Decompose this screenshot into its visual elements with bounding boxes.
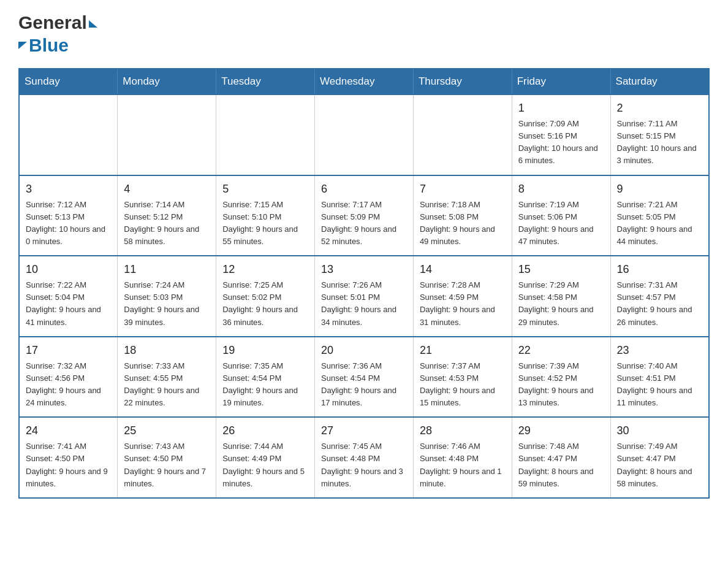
day-number: 22 xyxy=(518,342,604,359)
calendar-cell: 21Sunrise: 7:37 AM Sunset: 4:53 PM Dayli… xyxy=(413,337,512,418)
calendar-cell: 16Sunrise: 7:31 AM Sunset: 4:57 PM Dayli… xyxy=(610,256,709,337)
calendar-cell: 5Sunrise: 7:15 AM Sunset: 5:10 PM Daylig… xyxy=(216,175,315,256)
day-info: Sunrise: 7:09 AM Sunset: 5:16 PM Dayligh… xyxy=(518,118,604,167)
day-info: Sunrise: 7:45 AM Sunset: 4:48 PM Dayligh… xyxy=(321,440,407,490)
col-wednesday: Wednesday xyxy=(315,69,414,94)
day-number: 29 xyxy=(518,423,604,439)
day-info: Sunrise: 7:28 AM Sunset: 4:59 PM Dayligh… xyxy=(420,279,506,329)
calendar-cell xyxy=(118,94,216,175)
day-info: Sunrise: 7:39 AM Sunset: 4:52 PM Dayligh… xyxy=(518,360,604,410)
logo-tri2-icon xyxy=(18,42,27,49)
day-number: 5 xyxy=(222,181,308,197)
page: GeneralBlue Sunday Monday Tuesday Wednes… xyxy=(0,0,728,517)
day-info: Sunrise: 7:24 AM Sunset: 5:03 PM Dayligh… xyxy=(124,279,210,329)
day-number: 3 xyxy=(26,181,111,197)
calendar-cell: 9Sunrise: 7:21 AM Sunset: 5:05 PM Daylig… xyxy=(610,175,709,256)
day-number: 8 xyxy=(518,181,604,197)
calendar-cell: 8Sunrise: 7:19 AM Sunset: 5:06 PM Daylig… xyxy=(512,175,610,256)
day-info: Sunrise: 7:37 AM Sunset: 4:53 PM Dayligh… xyxy=(420,360,506,410)
calendar-cell: 30Sunrise: 7:49 AM Sunset: 4:47 PM Dayli… xyxy=(610,417,709,498)
day-info: Sunrise: 7:48 AM Sunset: 4:47 PM Dayligh… xyxy=(518,440,604,490)
day-number: 7 xyxy=(420,181,506,197)
logo-blue-text: Blue xyxy=(29,35,69,56)
calendar-cell: 7Sunrise: 7:18 AM Sunset: 5:08 PM Daylig… xyxy=(413,175,512,256)
logo-general-text: General xyxy=(18,12,87,34)
calendar-cell: 23Sunrise: 7:40 AM Sunset: 4:51 PM Dayli… xyxy=(610,337,709,418)
calendar-cell: 15Sunrise: 7:29 AM Sunset: 4:58 PM Dayli… xyxy=(512,256,610,337)
calendar-cell: 27Sunrise: 7:45 AM Sunset: 4:48 PM Dayli… xyxy=(315,417,414,498)
day-number: 14 xyxy=(420,261,506,278)
day-info: Sunrise: 7:11 AM Sunset: 5:15 PM Dayligh… xyxy=(617,118,702,167)
calendar-week-1: 1Sunrise: 7:09 AM Sunset: 5:16 PM Daylig… xyxy=(19,94,709,175)
calendar-week-2: 3Sunrise: 7:12 AM Sunset: 5:13 PM Daylig… xyxy=(19,175,709,256)
day-number: 4 xyxy=(124,181,210,197)
day-info: Sunrise: 7:46 AM Sunset: 4:48 PM Dayligh… xyxy=(420,440,506,490)
header: GeneralBlue xyxy=(18,12,710,56)
col-friday: Friday xyxy=(512,69,610,94)
day-number: 18 xyxy=(124,342,210,359)
day-info: Sunrise: 7:14 AM Sunset: 5:12 PM Dayligh… xyxy=(124,199,210,248)
day-info: Sunrise: 7:29 AM Sunset: 4:58 PM Dayligh… xyxy=(518,279,604,329)
day-number: 30 xyxy=(617,423,702,439)
day-number: 19 xyxy=(222,342,308,359)
calendar-cell: 12Sunrise: 7:25 AM Sunset: 5:02 PM Dayli… xyxy=(216,256,315,337)
day-info: Sunrise: 7:32 AM Sunset: 4:56 PM Dayligh… xyxy=(26,360,111,410)
day-info: Sunrise: 7:43 AM Sunset: 4:50 PM Dayligh… xyxy=(124,440,210,490)
calendar-week-4: 17Sunrise: 7:32 AM Sunset: 4:56 PM Dayli… xyxy=(19,337,709,418)
day-number: 24 xyxy=(26,423,111,439)
calendar-week-3: 10Sunrise: 7:22 AM Sunset: 5:04 PM Dayli… xyxy=(19,256,709,337)
calendar-header: Sunday Monday Tuesday Wednesday Thursday… xyxy=(19,69,709,94)
calendar-cell: 22Sunrise: 7:39 AM Sunset: 4:52 PM Dayli… xyxy=(512,337,610,418)
col-saturday: Saturday xyxy=(610,69,709,94)
day-info: Sunrise: 7:41 AM Sunset: 4:50 PM Dayligh… xyxy=(26,440,111,490)
day-number: 2 xyxy=(617,100,702,117)
day-info: Sunrise: 7:36 AM Sunset: 4:54 PM Dayligh… xyxy=(321,360,407,410)
day-number: 15 xyxy=(518,261,604,278)
day-number: 21 xyxy=(420,342,506,359)
calendar-cell: 25Sunrise: 7:43 AM Sunset: 4:50 PM Dayli… xyxy=(118,417,216,498)
calendar-cell: 11Sunrise: 7:24 AM Sunset: 5:03 PM Dayli… xyxy=(118,256,216,337)
day-info: Sunrise: 7:35 AM Sunset: 4:54 PM Dayligh… xyxy=(222,360,308,410)
day-info: Sunrise: 7:12 AM Sunset: 5:13 PM Dayligh… xyxy=(26,199,111,248)
calendar-cell: 17Sunrise: 7:32 AM Sunset: 4:56 PM Dayli… xyxy=(19,337,118,418)
day-info: Sunrise: 7:15 AM Sunset: 5:10 PM Dayligh… xyxy=(222,199,308,248)
day-number: 12 xyxy=(222,261,308,278)
calendar-cell: 1Sunrise: 7:09 AM Sunset: 5:16 PM Daylig… xyxy=(512,94,610,175)
calendar-cell: 14Sunrise: 7:28 AM Sunset: 4:59 PM Dayli… xyxy=(413,256,512,337)
day-info: Sunrise: 7:31 AM Sunset: 4:57 PM Dayligh… xyxy=(617,279,702,329)
day-info: Sunrise: 7:33 AM Sunset: 4:55 PM Dayligh… xyxy=(124,360,210,410)
logo-tri1-icon xyxy=(89,20,97,28)
day-info: Sunrise: 7:40 AM Sunset: 4:51 PM Dayligh… xyxy=(617,360,702,410)
col-thursday: Thursday xyxy=(413,69,512,94)
day-number: 23 xyxy=(617,342,702,359)
day-info: Sunrise: 7:26 AM Sunset: 5:01 PM Dayligh… xyxy=(321,279,407,329)
day-number: 10 xyxy=(26,261,111,278)
day-number: 11 xyxy=(124,261,210,278)
col-tuesday: Tuesday xyxy=(216,69,315,94)
calendar-cell: 19Sunrise: 7:35 AM Sunset: 4:54 PM Dayli… xyxy=(216,337,315,418)
day-info: Sunrise: 7:18 AM Sunset: 5:08 PM Dayligh… xyxy=(420,199,506,248)
day-number: 28 xyxy=(420,423,506,439)
calendar-cell: 2Sunrise: 7:11 AM Sunset: 5:15 PM Daylig… xyxy=(610,94,709,175)
calendar-cell: 29Sunrise: 7:48 AM Sunset: 4:47 PM Dayli… xyxy=(512,417,610,498)
day-number: 16 xyxy=(617,261,702,278)
day-number: 9 xyxy=(617,181,702,197)
calendar-cell: 18Sunrise: 7:33 AM Sunset: 4:55 PM Dayli… xyxy=(118,337,216,418)
day-number: 6 xyxy=(321,181,407,197)
day-number: 13 xyxy=(321,261,407,278)
calendar-cell: 20Sunrise: 7:36 AM Sunset: 4:54 PM Dayli… xyxy=(315,337,414,418)
day-number: 27 xyxy=(321,423,407,439)
logo: GeneralBlue xyxy=(18,12,97,56)
calendar-cell xyxy=(19,94,118,175)
calendar-week-5: 24Sunrise: 7:41 AM Sunset: 4:50 PM Dayli… xyxy=(19,417,709,498)
day-number: 20 xyxy=(321,342,407,359)
day-info: Sunrise: 7:17 AM Sunset: 5:09 PM Dayligh… xyxy=(321,199,407,248)
calendar-cell: 28Sunrise: 7:46 AM Sunset: 4:48 PM Dayli… xyxy=(413,417,512,498)
day-info: Sunrise: 7:25 AM Sunset: 5:02 PM Dayligh… xyxy=(222,279,308,329)
day-info: Sunrise: 7:21 AM Sunset: 5:05 PM Dayligh… xyxy=(617,199,702,248)
header-row: Sunday Monday Tuesday Wednesday Thursday… xyxy=(19,69,709,94)
calendar-table: Sunday Monday Tuesday Wednesday Thursday… xyxy=(18,68,710,499)
day-number: 25 xyxy=(124,423,210,439)
day-info: Sunrise: 7:49 AM Sunset: 4:47 PM Dayligh… xyxy=(617,440,702,490)
col-sunday: Sunday xyxy=(19,69,118,94)
